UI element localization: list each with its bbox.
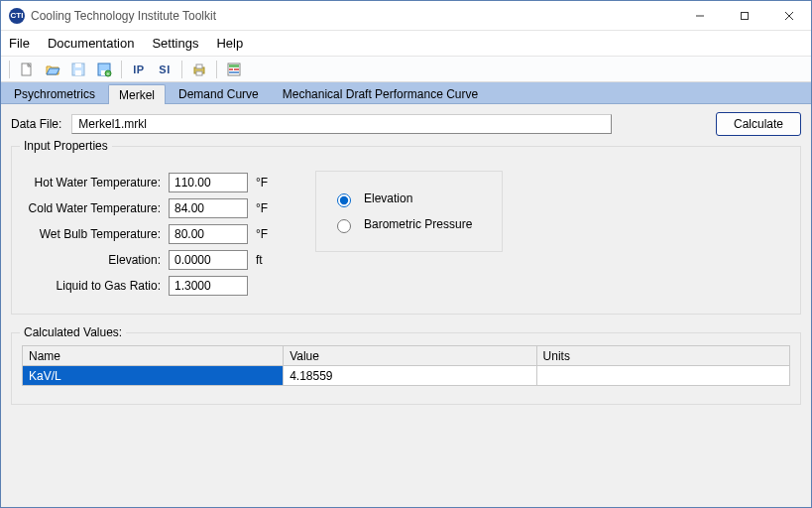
altitude-mode-panel: Elevation Barometric Pressure — [315, 171, 503, 252]
data-tool-icon[interactable] — [223, 59, 245, 80]
calculated-values-legend: Calculated Values: — [20, 325, 126, 339]
svg-rect-15 — [196, 71, 202, 75]
barometric-radio[interactable] — [337, 219, 351, 233]
lg-ratio-label: Liquid to Gas Ratio: — [22, 279, 161, 293]
menu-file[interactable]: File — [9, 36, 30, 51]
save-icon[interactable] — [67, 59, 89, 80]
svg-rect-14 — [196, 64, 202, 68]
toolbar: + IP SI — [1, 57, 811, 82]
col-value[interactable]: Value — [284, 346, 536, 366]
elevation-radio-row[interactable]: Elevation — [332, 186, 472, 211]
save-as-icon[interactable]: + — [93, 59, 115, 80]
content-area: Data File: Calculate Input Properties Ho… — [1, 104, 811, 507]
open-file-icon[interactable] — [42, 59, 63, 80]
window-title: Cooling Technology Institute Toolkit — [31, 9, 677, 23]
hot-water-unit: °F — [256, 176, 286, 190]
titlebar: CTI Cooling Technology Institute Toolkit — [1, 1, 811, 31]
si-units-button[interactable]: SI — [154, 59, 175, 80]
col-name[interactable]: Name — [23, 346, 284, 366]
svg-rect-20 — [229, 71, 239, 73]
wet-bulb-label: Wet Bulb Temperature: — [22, 227, 161, 241]
table-row[interactable]: KaV/L 4.18559 — [23, 366, 790, 386]
svg-rect-1 — [741, 12, 748, 19]
app-icon: CTI — [9, 8, 25, 24]
svg-rect-18 — [229, 68, 233, 70]
elevation-unit: ft — [256, 253, 286, 267]
svg-text:+: + — [107, 70, 110, 76]
hot-water-label: Hot Water Temperature: — [22, 176, 161, 190]
print-icon[interactable] — [188, 59, 210, 80]
menu-settings[interactable]: Settings — [152, 36, 198, 51]
new-file-icon[interactable] — [16, 59, 38, 80]
datafile-label: Data File: — [11, 117, 61, 131]
wet-bulb-unit: °F — [256, 227, 286, 241]
wet-bulb-input[interactable] — [169, 224, 248, 244]
minimize-button[interactable] — [677, 1, 722, 30]
menu-documentation[interactable]: Documentation — [48, 36, 134, 51]
tabstrip: Psychrometrics Merkel Demand Curve Mecha… — [1, 82, 811, 104]
input-properties-legend: Input Properties — [20, 139, 112, 153]
calculate-button[interactable]: Calculate — [716, 112, 801, 136]
elevation-input[interactable] — [169, 250, 248, 270]
lg-ratio-input[interactable] — [169, 276, 248, 296]
elevation-radio[interactable] — [337, 193, 351, 207]
input-properties-group: Input Properties Hot Water Temperature: … — [11, 146, 801, 315]
elevation-label: Elevation: — [22, 253, 161, 267]
calculated-values-group: Calculated Values: Name Value Units KaV/… — [11, 332, 801, 405]
menu-help[interactable]: Help — [216, 36, 243, 51]
ip-units-button[interactable]: IP — [128, 59, 150, 80]
hot-water-input[interactable] — [169, 173, 248, 192]
svg-rect-7 — [75, 70, 81, 75]
cold-water-label: Cold Water Temperature: — [22, 201, 161, 215]
results-table: Name Value Units KaV/L 4.18559 — [22, 345, 790, 386]
tab-mechanical-draft[interactable]: Mechanical Draft Performance Curve — [272, 83, 489, 103]
tab-demand-curve[interactable]: Demand Curve — [168, 83, 270, 103]
cold-water-unit: °F — [256, 201, 286, 215]
app-window: CTI Cooling Technology Institute Toolkit… — [0, 0, 812, 508]
tab-merkel[interactable]: Merkel — [108, 84, 166, 104]
svg-rect-8 — [75, 64, 81, 67]
svg-rect-19 — [234, 68, 239, 70]
cell-value: 4.18559 — [284, 366, 536, 386]
elevation-radio-label: Elevation — [364, 191, 412, 205]
maximize-button[interactable] — [722, 1, 766, 30]
barometric-radio-row[interactable]: Barometric Pressure — [332, 211, 472, 237]
cell-name: KaV/L — [23, 366, 284, 386]
cold-water-input[interactable] — [169, 198, 248, 218]
menubar: File Documentation Settings Help — [1, 31, 811, 57]
cell-units — [536, 366, 789, 386]
svg-rect-17 — [229, 64, 239, 67]
barometric-radio-label: Barometric Pressure — [364, 217, 472, 231]
close-button[interactable] — [766, 1, 811, 30]
col-units[interactable]: Units — [536, 346, 789, 366]
tab-psychrometrics[interactable]: Psychrometrics — [3, 83, 106, 103]
datafile-input[interactable] — [71, 114, 612, 134]
